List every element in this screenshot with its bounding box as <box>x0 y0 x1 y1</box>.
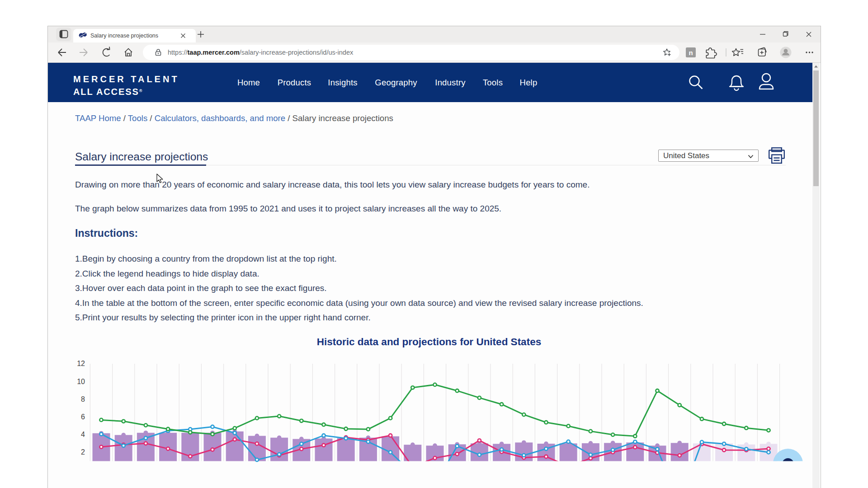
svg-text:6: 6 <box>81 413 85 421</box>
svg-text:n: n <box>689 49 693 56</box>
svg-text:8: 8 <box>81 395 85 403</box>
svg-text:2: 2 <box>81 448 85 456</box>
svg-text:10: 10 <box>77 378 85 385</box>
svg-text:12: 12 <box>77 360 85 367</box>
svg-text:4: 4 <box>81 431 85 438</box>
